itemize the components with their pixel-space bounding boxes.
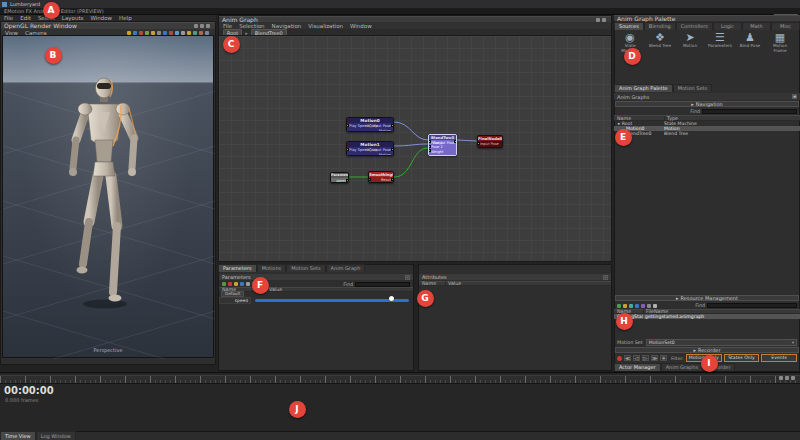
column-value[interactable]: Value: [445, 281, 461, 286]
tab-controllers[interactable]: Controllers: [676, 22, 713, 30]
input-port-icon[interactable]: [477, 142, 480, 145]
tab-actor-manager[interactable]: Actor Manager: [614, 363, 661, 371]
toolbar-icon[interactable]: [246, 282, 250, 286]
menu-ag-selection[interactable]: Selection: [239, 23, 264, 29]
toolbar-icon[interactable]: [145, 31, 149, 35]
events-button[interactable]: Events: [761, 354, 797, 362]
node-smoothing0[interactable]: Smoothing0 Result: [368, 171, 394, 183]
parameter-speed-row[interactable]: speed: [219, 297, 413, 303]
toolbar-icon[interactable]: [653, 304, 657, 308]
menu-ag-visualization[interactable]: Visualization: [308, 23, 343, 29]
column-name[interactable]: Name: [614, 116, 664, 121]
timeline-ruler[interactable]: [0, 375, 800, 384]
toolbar-icon[interactable]: [647, 304, 651, 308]
states-only-button[interactable]: States Only: [724, 354, 760, 362]
toolbar-icon[interactable]: [222, 282, 226, 286]
menu-ag-navigation[interactable]: Navigation: [272, 23, 302, 29]
tab-blending[interactable]: Blending: [644, 22, 676, 30]
toolbar-icon[interactable]: [157, 31, 161, 35]
resource-management-bar[interactable]: ▸ Resource Management: [615, 295, 799, 301]
tab-sources[interactable]: Sources: [614, 22, 644, 30]
tab-anim-graph[interactable]: Anim Graph: [326, 264, 366, 272]
toolbar-icon[interactable]: [127, 31, 131, 35]
palette-item-motion[interactable]: ➤ Motion: [676, 31, 704, 61]
toolbar-icon[interactable]: [623, 304, 627, 308]
toolbar-icon[interactable]: [139, 31, 143, 35]
parameters-search-input[interactable]: [355, 282, 410, 287]
render-viewport[interactable]: Perspective: [2, 35, 214, 358]
anim-graph-canvas[interactable]: Motion0 Play Speed rin_idle Output Pose …: [218, 35, 612, 262]
toolbar-icon[interactable]: [635, 304, 639, 308]
column-type[interactable]: Type: [664, 116, 678, 121]
toolbar-icon[interactable]: [181, 31, 185, 35]
toolbar-icon[interactable]: [596, 18, 600, 22]
tab-math[interactable]: Math: [742, 22, 771, 30]
toolbar-icon[interactable]: [629, 304, 633, 308]
menu-ag-file[interactable]: File: [223, 23, 232, 29]
toolbar-icon[interactable]: [193, 31, 197, 35]
node-finalnode0[interactable]: FinalNode0 Input Pose: [477, 135, 503, 148]
play-icon[interactable]: ▷: [642, 355, 649, 361]
toolbar-icon[interactable]: [228, 282, 232, 286]
toolbar-icon[interactable]: [175, 31, 179, 35]
toolbar-icon[interactable]: [791, 376, 795, 380]
recorder-bar[interactable]: ▸ Recorder: [615, 347, 799, 353]
toolbar-icon[interactable]: [169, 31, 173, 35]
toolbar-icon[interactable]: [779, 376, 783, 380]
speed-slider[interactable]: [255, 297, 409, 303]
navigator-row-blendtree0[interactable]: ▸ BlendTree0 Blend Tree: [614, 131, 800, 136]
palette-item-parameters[interactable]: ☰ Parameters: [706, 31, 734, 61]
slider-handle[interactable]: [389, 296, 394, 301]
toolbar-icon[interactable]: [133, 31, 137, 35]
input-port-icon[interactable]: [346, 148, 349, 151]
parameter-group-row[interactable]: Default: [219, 292, 413, 296]
tab-misc[interactable]: Misc: [771, 22, 800, 30]
tab-motion-sets[interactable]: Motion Sets: [286, 264, 325, 272]
toolbar-icon[interactable]: [200, 24, 204, 28]
motion-set-dropdown[interactable]: MotionSet0 ▾: [646, 339, 797, 346]
panel-menu-icon[interactable]: ≡: [792, 94, 797, 99]
toolbar-icon[interactable]: [234, 282, 238, 286]
node-motion1[interactable]: Motion1 Play Speed rin_run Output Pose M…: [346, 141, 394, 156]
palette-item-bind-pose[interactable]: ♟ Bind Pose: [736, 31, 764, 61]
node-motion0[interactable]: Motion0 Play Speed rin_idle Output Pose …: [346, 117, 394, 132]
input-port-icon[interactable]: [368, 178, 371, 181]
skip-end-icon[interactable]: ≫: [651, 355, 658, 361]
input-port-icon[interactable]: [428, 145, 431, 148]
output-port-icon[interactable]: [454, 140, 457, 143]
input-port-icon[interactable]: [428, 140, 431, 143]
toolbar-icon[interactable]: [151, 31, 155, 35]
tab-time-view[interactable]: Time View: [0, 431, 36, 440]
skip-start-icon[interactable]: ≪: [624, 355, 631, 361]
navigation-section-bar[interactable]: ▸ Navigation: [615, 101, 799, 107]
column-name[interactable]: Name: [419, 281, 445, 286]
toolbar-icon[interactable]: [206, 24, 210, 28]
toolbar-icon[interactable]: [785, 376, 789, 380]
output-port-icon[interactable]: [391, 148, 394, 151]
toolbar-icon[interactable]: [617, 304, 621, 308]
node-parameters0[interactable]: Parameters0 speed: [330, 172, 349, 183]
config-icon[interactable]: ✳: [660, 355, 667, 361]
rm-search-input[interactable]: [707, 303, 797, 308]
tab-motions[interactable]: Motions: [257, 264, 287, 272]
collapse-icon[interactable]: –: [405, 275, 410, 280]
tab-motion-sets[interactable]: Motion Sets: [673, 84, 712, 92]
tab-parameters[interactable]: Parameters: [218, 264, 257, 272]
collapse-icon[interactable]: –: [603, 275, 608, 280]
toolbar-icon[interactable]: [163, 31, 167, 35]
toolbar-icon[interactable]: [240, 282, 244, 286]
palette-item-blend-tree[interactable]: ❖ Blend Tree: [646, 31, 674, 61]
tab-anim-graphs[interactable]: Anim Graphs: [661, 363, 703, 371]
toolbar-icon[interactable]: [205, 31, 209, 35]
toolbar-icon[interactable]: [187, 31, 191, 35]
step-back-icon[interactable]: ◁: [633, 355, 640, 361]
menu-ag-window[interactable]: Window: [350, 23, 372, 29]
input-port-icon[interactable]: [346, 124, 349, 127]
output-port-icon[interactable]: [391, 124, 394, 127]
toolbar-icon[interactable]: [602, 18, 606, 22]
camera-mode-label[interactable]: Perspective: [3, 347, 213, 353]
output-port-icon[interactable]: [391, 178, 394, 181]
tab-log-window[interactable]: Log Window: [36, 431, 76, 440]
record-icon[interactable]: [617, 356, 622, 361]
input-port-icon[interactable]: [428, 149, 431, 152]
